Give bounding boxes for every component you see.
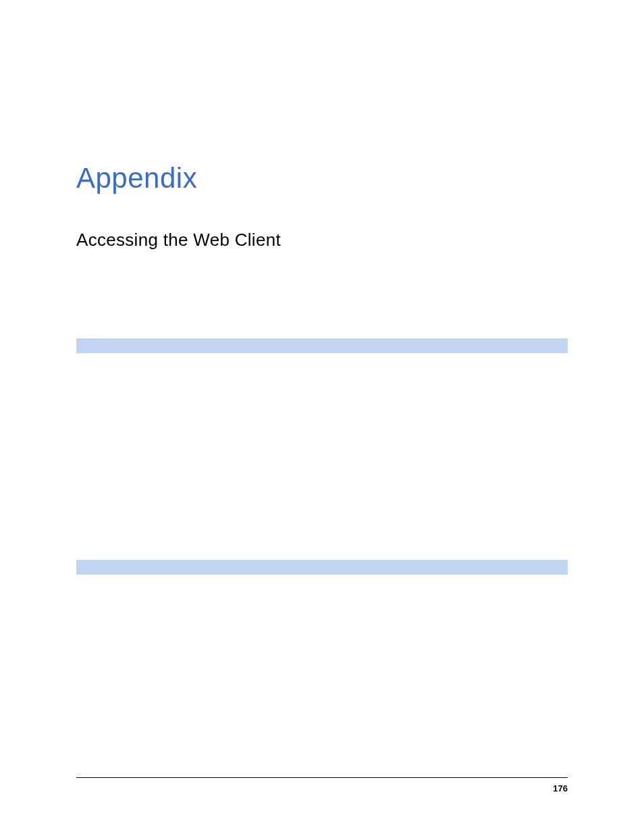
footer-rule bbox=[76, 777, 568, 778]
document-page: Appendix Accessing the Web Client 176 bbox=[0, 0, 644, 834]
appendix-heading: Appendix bbox=[76, 162, 568, 194]
divider-bar bbox=[76, 560, 568, 575]
divider-bar bbox=[76, 338, 568, 353]
page-footer: 176 bbox=[76, 777, 568, 793]
page-number: 176 bbox=[76, 783, 568, 793]
section-heading: Accessing the Web Client bbox=[76, 230, 568, 251]
